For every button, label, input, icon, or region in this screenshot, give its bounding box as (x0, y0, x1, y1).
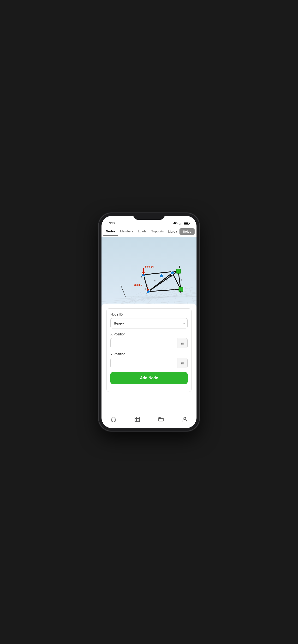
notch (133, 213, 165, 220)
y-position-row: Y Position m (110, 352, 188, 368)
chevron-down-icon: ▾ (176, 230, 177, 233)
nav-calculator[interactable] (129, 415, 145, 423)
form-panel: Node ID 6-new ▾ X Position m (101, 304, 197, 413)
svg-text:2: 2 (146, 293, 147, 296)
status-icons: 4G (174, 222, 190, 225)
svg-rect-1 (180, 223, 181, 225)
svg-point-42 (171, 271, 174, 274)
svg-rect-2 (181, 222, 181, 225)
calculator-icon (134, 416, 140, 422)
tab-members[interactable]: Members (118, 228, 135, 236)
svg-rect-6 (184, 222, 188, 224)
svg-text:6: 6 (154, 279, 156, 282)
svg-text:1: 1 (180, 290, 181, 293)
home-icon (110, 416, 117, 422)
node-id-select[interactable]: 6-new (110, 318, 188, 328)
signal-bars-icon (179, 222, 183, 225)
phone-screen: 1:38 4G Nodes (101, 216, 197, 428)
node-form-section: Node ID 6-new ▾ X Position m (106, 308, 192, 392)
x-position-label: X Position (110, 332, 188, 336)
nav-home[interactable] (106, 415, 121, 423)
solve-button[interactable]: Solve (180, 228, 195, 235)
phone-shell: 1:38 4G Nodes (99, 213, 199, 431)
y-position-input[interactable] (111, 358, 178, 368)
svg-text:8: 8 (166, 278, 168, 281)
svg-rect-5 (189, 222, 190, 224)
svg-point-41 (160, 274, 163, 278)
svg-text:4: 4 (161, 282, 163, 285)
tab-nodes[interactable]: Nodes (103, 228, 118, 236)
user-icon (182, 416, 188, 422)
tab-more[interactable]: More ▾ (166, 228, 179, 235)
node-id-label: Node ID (110, 312, 188, 316)
x-position-input[interactable] (111, 338, 178, 348)
svg-rect-43 (176, 269, 181, 273)
svg-text:1: 1 (145, 288, 146, 290)
canvas-area[interactable]: 3 2 5 1 3 2 4 8 6 4 7 1 50.0 kN (101, 237, 197, 306)
svg-rect-63 (135, 417, 140, 422)
svg-text:7: 7 (174, 288, 175, 290)
folder-icon (158, 416, 164, 422)
svg-rect-0 (179, 224, 180, 225)
svg-text:5: 5 (170, 275, 172, 278)
nav-folder[interactable] (153, 415, 169, 423)
bottom-nav (101, 413, 197, 428)
y-position-input-group: m (110, 358, 188, 368)
svg-text:2: 2 (151, 283, 152, 285)
y-unit-badge: m (178, 358, 187, 368)
svg-text:50.0 kN: 50.0 kN (145, 266, 154, 268)
x-position-input-group: m (110, 338, 188, 348)
x-unit-badge: m (178, 338, 187, 348)
svg-text:3: 3 (140, 276, 142, 279)
node-id-select-wrapper: 6-new ▾ (110, 318, 188, 328)
svg-rect-3 (182, 222, 182, 225)
svg-text:4: 4 (181, 278, 182, 281)
x-position-row: X Position m (110, 332, 188, 348)
svg-text:20.0 kN: 20.0 kN (134, 284, 142, 286)
nav-user[interactable] (177, 415, 193, 423)
tab-loads[interactable]: Loads (135, 228, 149, 236)
svg-point-68 (184, 417, 186, 419)
svg-text:3: 3 (179, 265, 180, 268)
status-time: 1:38 (108, 221, 116, 225)
battery-icon (184, 222, 190, 225)
nav-tabs: Nodes Members Loads Supports More ▾ Solv… (101, 226, 197, 237)
add-node-button[interactable]: Add Node (110, 372, 188, 384)
y-position-label: Y Position (110, 352, 188, 356)
signal-label: 4G (174, 222, 178, 225)
grid-canvas: 3 2 5 1 3 2 4 8 6 4 7 1 50.0 kN (101, 237, 197, 306)
svg-rect-7 (101, 237, 197, 306)
tab-supports[interactable]: Supports (149, 228, 166, 236)
